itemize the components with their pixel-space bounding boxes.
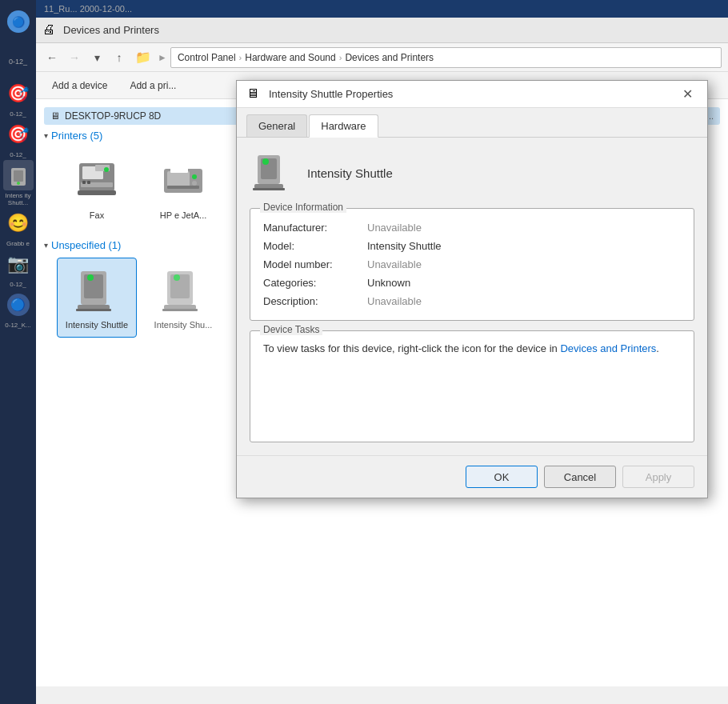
description-value: Unavailable xyxy=(367,295,422,307)
tab-hardware[interactable]: Hardware xyxy=(309,114,378,138)
svg-rect-32 xyxy=(253,188,285,190)
modal-title-icon: 🖥 xyxy=(246,86,262,102)
description-label: Description: xyxy=(263,295,367,307)
modal-close-button[interactable]: ✕ xyxy=(677,84,698,105)
info-row-categories: Categories: Unknown xyxy=(263,274,681,292)
cancel-button[interactable]: Cancel xyxy=(544,466,616,488)
info-row-manufacturer: Manufacturer: Unavailable xyxy=(263,218,681,237)
modal-tabs: General Hardware xyxy=(237,108,707,138)
device-big-icon xyxy=(250,150,294,195)
info-row-model: Model: Intensity Shuttle xyxy=(263,237,681,255)
modal-titlebar: 🖥 Intensity Shuttle Properties ✕ xyxy=(237,81,707,108)
device-header: Intensity Shuttle xyxy=(250,150,694,195)
device-big-name: Intensity Shuttle xyxy=(307,166,393,180)
info-row-description: Description: Unavailable xyxy=(263,292,681,310)
modal-title-text: Intensity Shuttle Properties xyxy=(269,88,677,100)
modelnumber-value: Unavailable xyxy=(367,258,422,270)
categories-label: Categories: xyxy=(263,277,367,289)
device-info-label: Device Information xyxy=(260,202,346,213)
model-label: Model: xyxy=(263,240,367,252)
modelnumber-label: Model number: xyxy=(263,258,367,270)
manufacturer-label: Manufacturer: xyxy=(263,222,367,234)
modal-footer: OK Cancel Apply xyxy=(237,455,707,498)
ok-button[interactable]: OK xyxy=(466,466,538,488)
modal-body: Intensity Shuttle Device Information Man… xyxy=(237,138,707,455)
device-info-group: Device Information Manufacturer: Unavail… xyxy=(250,208,694,321)
info-row-modelnumber: Model number: Unavailable xyxy=(263,255,681,274)
device-tasks-group: Device Tasks To view tasks for this devi… xyxy=(250,330,694,442)
tasks-link[interactable]: Devices and Printers xyxy=(560,342,656,354)
manufacturer-value: Unavailable xyxy=(367,222,422,234)
properties-dialog: 🖥 Intensity Shuttle Properties ✕ General… xyxy=(236,80,708,498)
tab-general[interactable]: General xyxy=(246,114,307,137)
model-value: Intensity Shuttle xyxy=(367,240,442,252)
modal-overlay: 🖥 Intensity Shuttle Properties ✕ General… xyxy=(0,0,728,704)
svg-point-30 xyxy=(262,158,269,165)
categories-value: Unknown xyxy=(367,277,410,289)
device-tasks-label: Device Tasks xyxy=(260,324,322,335)
apply-button[interactable]: Apply xyxy=(622,466,694,488)
tasks-description: To view tasks for this device, right-cli… xyxy=(263,341,681,357)
